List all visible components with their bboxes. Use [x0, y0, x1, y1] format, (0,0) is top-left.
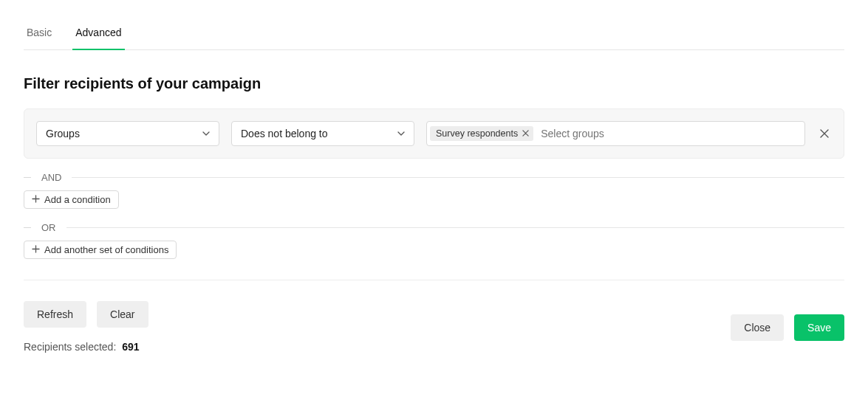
chevron-down-icon [397, 130, 405, 137]
footer-right: Close Save [731, 314, 844, 341]
clear-button[interactable]: Clear [97, 301, 148, 328]
separator-line [72, 177, 844, 178]
separator-dash [24, 227, 31, 228]
footer: Refresh Clear Recipients selected: 691 C… [24, 301, 844, 353]
add-condition-label: Add a condition [44, 194, 111, 205]
save-button[interactable]: Save [794, 314, 844, 341]
recipients-count: Recipients selected: 691 [24, 341, 148, 353]
recipients-label: Recipients selected: [24, 341, 116, 353]
add-condition-set-label: Add another set of conditions [44, 244, 168, 255]
tab-advanced[interactable]: Advanced [72, 27, 124, 50]
chevron-down-icon [202, 130, 210, 137]
separator-dash [24, 177, 31, 178]
left-button-row: Refresh Clear [24, 301, 148, 328]
or-separator: OR [24, 222, 844, 233]
footer-left: Refresh Clear Recipients selected: 691 [24, 301, 148, 353]
plus-icon [32, 245, 40, 255]
operator-dropdown[interactable]: Does not belong to [231, 121, 414, 146]
recipients-value: 691 [122, 341, 139, 353]
add-condition-button[interactable]: Add a condition [24, 190, 119, 209]
group-chip: Survey respondents [430, 126, 533, 141]
operator-dropdown-value: Does not belong to [241, 128, 328, 139]
remove-condition-button[interactable] [817, 129, 832, 138]
and-separator: AND [24, 172, 844, 183]
group-chip-label: Survey respondents [436, 128, 518, 139]
close-button[interactable]: Close [731, 314, 784, 341]
plus-icon [32, 195, 40, 204]
page-title: Filter recipients of your campaign [24, 75, 844, 92]
footer-divider [24, 280, 844, 280]
groups-input[interactable]: Survey respondents [426, 121, 805, 146]
close-icon[interactable] [522, 129, 529, 138]
separator-line [66, 227, 845, 228]
tab-basic[interactable]: Basic [24, 27, 55, 50]
condition-row: Groups Does not belong to Survey respond… [24, 108, 844, 159]
refresh-button[interactable]: Refresh [24, 301, 86, 328]
and-label: AND [41, 172, 61, 183]
groups-text-input[interactable] [538, 128, 802, 139]
or-label: OR [41, 222, 56, 233]
tabs: Basic Advanced [24, 0, 844, 50]
field-dropdown[interactable]: Groups [36, 121, 219, 146]
add-condition-set-button[interactable]: Add another set of conditions [24, 241, 177, 259]
field-dropdown-value: Groups [46, 128, 80, 139]
